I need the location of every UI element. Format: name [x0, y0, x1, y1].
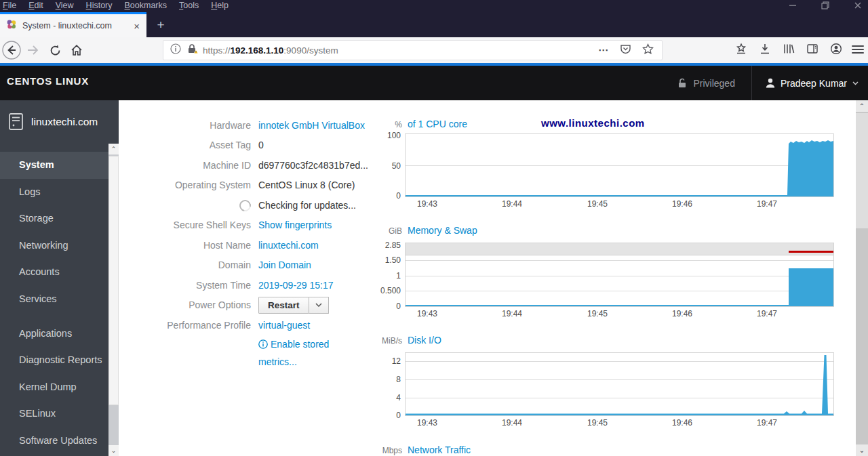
info-row-performance-profile: Performance Profile virtual-guest	[119, 315, 390, 335]
info-row-asset-tag: Asset Tag 0	[119, 136, 390, 156]
sidebar-item-storage[interactable]: Storage	[0, 205, 119, 232]
page-scroll-down-icon[interactable]: ⌄	[856, 444, 868, 456]
enable-stored-metrics-link[interactable]: Enable stored metrics...	[258, 335, 333, 371]
spinner-icon	[237, 197, 254, 213]
join-domain-link[interactable]: Join Domain	[258, 260, 311, 270]
sidebar-item-services[interactable]: Services	[0, 286, 119, 313]
disk-chart-link[interactable]: Disk I/O	[408, 335, 441, 346]
menu-bookmarks[interactable]: Bookmarks	[125, 1, 167, 10]
chevron-down-icon	[852, 81, 859, 85]
info-row-host-name: Host Name linuxtechi.com	[119, 235, 390, 255]
cpu-xtick: 19:47	[752, 199, 782, 209]
disk-xtick: 19:47	[752, 418, 782, 428]
memory-ytick: 2.85	[380, 241, 401, 250]
host-selector[interactable]: linuxtechi.com	[8, 112, 98, 131]
menu-history[interactable]: History	[86, 1, 113, 10]
sidebar-item-software-updates[interactable]: Software Updates	[0, 428, 119, 455]
scroll-up-icon[interactable]: ⌃	[108, 144, 119, 154]
back-button[interactable]	[1, 40, 22, 60]
system-time-link[interactable]: 2019-09-29 15:17	[258, 280, 334, 291]
menu-edit[interactable]: Edit	[28, 1, 43, 10]
watermark-text: www.linuxtechi.com	[541, 117, 645, 129]
disk-xtick: 19:44	[497, 418, 527, 428]
memory-xtick: 19:47	[752, 309, 782, 318]
tab-close-icon[interactable]: ×	[127, 20, 146, 32]
cpu-chart-link[interactable]: of 1 CPU core	[408, 119, 467, 129]
restart-button[interactable]: Restart	[258, 297, 309, 314]
memory-ytick: 1	[380, 271, 401, 281]
account-icon[interactable]	[830, 43, 842, 58]
sidebar-item-kernel-dump[interactable]: Kernel Dump	[0, 374, 119, 401]
memory-ytick: 0.500	[380, 286, 401, 295]
sidebar-scrollbar[interactable]: ⌃ ⌄	[108, 144, 119, 456]
privileged-indicator[interactable]: Privileged	[661, 78, 751, 89]
save-to-collection-icon[interactable]	[735, 43, 747, 58]
info-circle-icon	[258, 339, 268, 349]
page-info-icon[interactable]	[170, 43, 181, 57]
reload-button[interactable]	[45, 40, 65, 60]
sidebar-item-diagnostic-reports[interactable]: Diagnostic Reports	[0, 347, 119, 374]
forward-button[interactable]	[23, 40, 43, 60]
page-scroll-up-icon[interactable]: ⌃	[856, 100, 868, 112]
page-actions-icon[interactable]: ⋯	[598, 44, 609, 56]
unlock-icon	[677, 78, 688, 89]
sidebar-scroll-thumb[interactable]	[108, 156, 119, 405]
sidebar-item-logs[interactable]: Logs	[0, 179, 119, 206]
cpu-chart-header: % of 1 CPU core	[378, 119, 467, 129]
info-row-hardware: Hardware innotek GmbH VirtualBox	[119, 115, 390, 136]
disk-chart-header: MiB/s Disk I/O	[378, 335, 441, 346]
close-window-icon[interactable]	[853, 1, 863, 10]
info-row-machine-id: Machine ID d697760c3f2c4831b7ed...	[119, 155, 390, 175]
url-bar[interactable]: https://192.168.1.10:9090/system ⋯	[163, 40, 663, 60]
menu-help[interactable]: Help	[211, 1, 229, 10]
menu-view[interactable]: View	[56, 1, 74, 10]
memory-ytick: 1.50	[380, 255, 401, 265]
page-scrollbar[interactable]: ⌃ ⌄	[856, 100, 868, 456]
info-row-operating-system: Operating System CentOS Linux 8 (Core)	[119, 175, 390, 196]
scroll-down-icon[interactable]: ⌄	[108, 445, 119, 456]
pocket-icon[interactable]	[620, 43, 631, 58]
sidebar-toggle-icon[interactable]	[806, 43, 818, 58]
disk-ytick: 12	[380, 356, 401, 366]
sidebar-item-selinux[interactable]: SELinux	[0, 400, 119, 428]
memory-xtick: 19:45	[583, 309, 612, 318]
menu-file[interactable]: File	[3, 1, 16, 10]
firefox-window: File Edit View History Bookmarks Tools H…	[0, 0, 868, 456]
sidebar-item-applications[interactable]: Applications	[0, 320, 119, 348]
network-unit: Mbps	[378, 446, 402, 455]
info-row-ssh-keys: Secure Shell Keys Show fingerprints	[119, 215, 390, 236]
page-scroll-thumb[interactable]	[856, 113, 868, 228]
hardware-link[interactable]: innotek GmbH VirtualBox	[258, 120, 365, 131]
network-chart-header: Mbps Network Traffic	[378, 444, 471, 455]
page-body: linuxtechi.com System Logs Storage Netwo…	[0, 100, 868, 456]
home-button[interactable]	[66, 40, 87, 60]
downloads-icon[interactable]	[759, 43, 771, 58]
disk-xtick: 19:43	[412, 418, 442, 428]
brand-title: CENTOS LINUX	[7, 75, 89, 87]
user-menu[interactable]: Pradeep Kumar	[752, 78, 868, 89]
sidebar-item-accounts[interactable]: Accounts	[0, 259, 119, 286]
host-name-link[interactable]: linuxtechi.com	[258, 240, 319, 251]
sidebar-item-networking[interactable]: Networking	[0, 232, 119, 260]
sidebar: linuxtechi.com System Logs Storage Netwo…	[0, 100, 119, 456]
library-icon[interactable]	[783, 43, 795, 58]
menu-hamburger-icon[interactable]	[852, 43, 864, 56]
memory-chart-link[interactable]: Memory & Swap	[408, 225, 477, 236]
show-fingerprints-link[interactable]: Show fingerprints	[258, 220, 332, 230]
performance-profile-link[interactable]: virtual-guest	[258, 320, 310, 331]
bookmark-star-icon[interactable]	[642, 43, 654, 58]
new-tab-button[interactable]: +	[152, 16, 170, 34]
menu-tools[interactable]: Tools	[179, 1, 199, 10]
info-row-stored-metrics: Enable stored metrics...	[119, 335, 390, 371]
memory-baseline	[406, 305, 833, 306]
tab-title: System - linuxtechi.com	[22, 21, 127, 30]
sidebar-item-system[interactable]: System	[0, 152, 119, 179]
restart-caret-button[interactable]	[309, 297, 329, 314]
memory-plot	[405, 243, 834, 307]
restore-icon[interactable]	[821, 1, 830, 10]
network-chart-link[interactable]: Network Traffic	[408, 444, 471, 455]
insecure-lock-icon[interactable]	[187, 43, 199, 57]
tab-system[interactable]: System - linuxtechi.com ×	[0, 12, 146, 37]
minimize-icon[interactable]	[788, 1, 797, 10]
memory-unit: GiB	[378, 226, 402, 236]
